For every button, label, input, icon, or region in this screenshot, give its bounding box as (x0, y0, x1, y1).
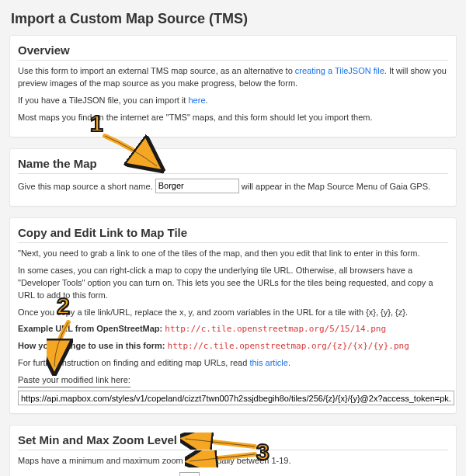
overview-heading: Overview (18, 43, 448, 61)
link-card: Copy and Edit Link to Map Tile "Next, yo… (9, 217, 457, 414)
link-p1: "Next, you need to grab a link to one of… (18, 248, 448, 260)
overview-card: Overview Use this form to import an exte… (9, 35, 457, 137)
import-here-link[interactable]: here (188, 96, 205, 105)
link-p4b: . (288, 358, 290, 367)
zoom-card: Set Min and Max Zoom Level Maps have a m… (9, 425, 457, 476)
howto-url: http://c.tile.openstreetmap.org/{z}/{x}/… (168, 341, 409, 351)
name-label-a: Give this map source a short name. (18, 181, 155, 190)
overview-p1: Use this form to import an external TMS … (18, 65, 448, 90)
overview-p1a: Use this form to import an external TMS … (18, 66, 295, 75)
name-label-b: will appear in the Map Source Menu of Ga… (239, 181, 430, 190)
page-root: Import a Custom Map Source (TMS) Overvie… (0, 0, 466, 476)
name-input[interactable] (155, 179, 239, 193)
link-howto-row: How you change to use in this form: http… (18, 340, 448, 353)
example-label: Example URL from OpenStreetMap: (18, 324, 165, 333)
url-input[interactable] (18, 391, 454, 405)
name-heading: Name the Map (18, 157, 448, 174)
page-title: Import a Custom Map Source (TMS) (11, 11, 457, 27)
link-p3: Once you copy a tile link/URL, replace t… (18, 307, 448, 319)
overview-p2: If you have a TileJSON file, you can imp… (18, 95, 448, 107)
min-zoom-row: The minimum zoom level for this source i… (18, 472, 448, 476)
howto-label: How you change to use in this form: (18, 341, 168, 350)
example-url: http://c.tile.openstreetmap.org/5/15/14.… (165, 324, 386, 334)
tilejson-link[interactable]: creating a TileJSON file (295, 66, 384, 75)
overview-p2a: If you have a TileJSON file, you can imp… (18, 96, 188, 105)
paste-label: Paste your modified link here: (18, 374, 130, 387)
zoom-heading: Set Min and Max Zoom Level (18, 433, 448, 450)
overview-p3: Most maps you find on the internet are "… (18, 112, 448, 124)
name-row: Give this map source a short name. will … (18, 179, 448, 193)
link-heading: Copy and Edit Link to Map Tile (18, 226, 448, 243)
name-card: Name the Map Give this map source a shor… (9, 148, 457, 207)
link-p4a: For further instruction on finding and e… (18, 358, 249, 367)
link-example-row: Example URL from OpenStreetMap: http://c… (18, 323, 448, 335)
zoom-p1: Maps have a minimum and maximum zoom lev… (18, 455, 448, 467)
link-p2: In some cases, you can right-click a map… (18, 265, 448, 302)
article-link[interactable]: this article (249, 358, 288, 367)
paste-label-row: Paste your modified link here: (18, 374, 448, 389)
link-p4: For further instruction on finding and e… (18, 357, 448, 370)
overview-p2b: . (206, 96, 208, 105)
min-zoom-input[interactable] (179, 472, 200, 476)
